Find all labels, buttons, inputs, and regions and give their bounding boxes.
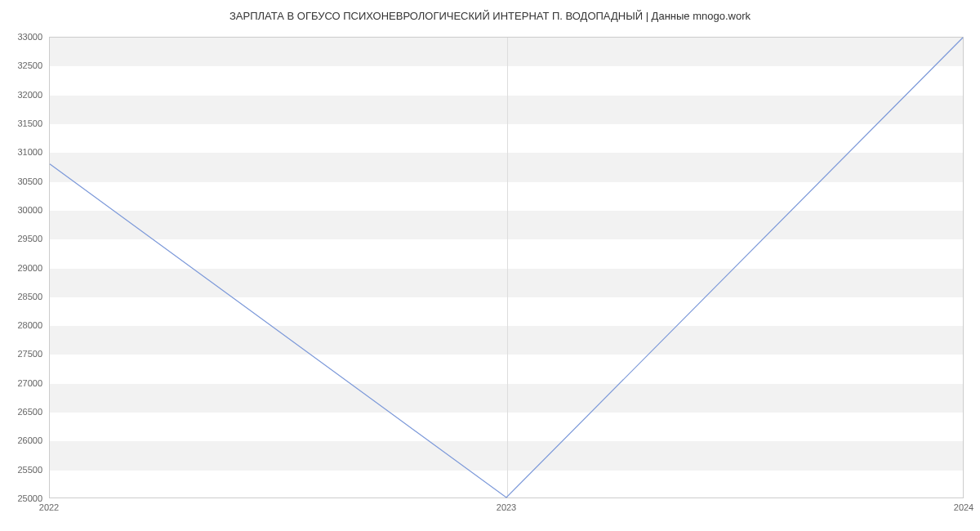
plot-area <box>49 37 964 498</box>
x-tick-label: 2024 <box>954 502 973 512</box>
y-tick-label: 32500 <box>17 60 42 70</box>
y-tick-label: 25500 <box>17 465 42 475</box>
y-tick-label: 26500 <box>17 407 42 417</box>
y-tick-label: 29000 <box>17 263 42 273</box>
y-tick-label: 27000 <box>17 378 42 388</box>
y-tick-label: 28000 <box>17 320 42 330</box>
y-tick-label: 31500 <box>17 118 42 128</box>
y-tick-label: 27500 <box>17 349 42 359</box>
y-tick-label: 30000 <box>17 205 42 215</box>
y-tick-label: 30500 <box>17 176 42 186</box>
y-tick-label: 29500 <box>17 234 42 243</box>
chart-container: 2500025500260002650027000275002800028500… <box>49 37 964 498</box>
y-tick-label: 28500 <box>17 292 42 301</box>
y-tick-label: 26000 <box>17 435 42 445</box>
x-tick-label: 2023 <box>497 502 516 512</box>
y-tick-label: 33000 <box>17 32 42 42</box>
x-tick-label: 2022 <box>39 502 59 512</box>
y-tick-label: 32000 <box>17 90 42 100</box>
line-chart-svg <box>50 38 963 498</box>
data-line <box>50 38 963 498</box>
y-tick-label: 31000 <box>17 147 42 157</box>
chart-title: ЗАРПЛАТА В ОГБУСО ПСИХОНЕВРОЛОГИЧЕСКИЙ И… <box>0 0 980 22</box>
